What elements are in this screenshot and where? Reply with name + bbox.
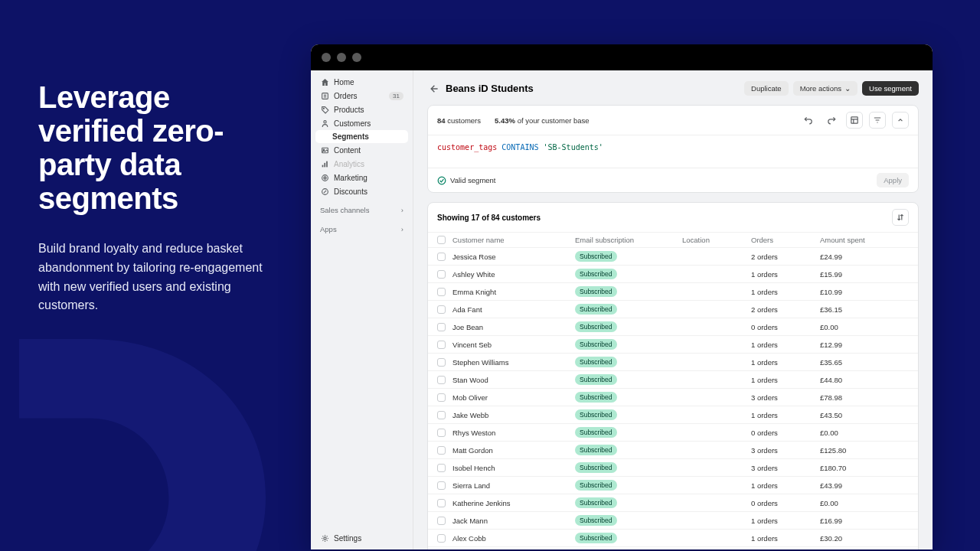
svg-point-11: [325, 178, 325, 178]
table-row[interactable]: Alex CobbSubscribed1 orders£30.20: [428, 529, 918, 546]
row-checkbox[interactable]: [437, 411, 446, 419]
col-location: Location: [682, 236, 751, 244]
table-row[interactable]: Stephen WilliamsSubscribed1 orders£35.65: [428, 353, 918, 370]
table-row[interactable]: Jack MannSubscribed1 orders£16.99: [428, 511, 918, 529]
row-checkbox[interactable]: [437, 517, 446, 525]
table-row[interactable]: Jessica RoseSubscribed2 orders£24.99: [428, 247, 918, 265]
cell-orders: 1 orders: [751, 376, 820, 384]
table-row[interactable]: Matt GordonSubscribed3 orders£125.80: [428, 441, 918, 458]
traffic-light-close[interactable]: [322, 53, 331, 62]
customers-table-card: Showing 17 of 84 customers Customer name…: [427, 202, 919, 549]
orders-icon: [320, 91, 329, 100]
table-row[interactable]: Ada FantSubscribed2 orders£36.15: [428, 300, 918, 318]
apps-section[interactable]: Apps ›: [315, 217, 408, 236]
query-card: 84 customers 5.43% of your customer base…: [427, 105, 919, 193]
table-row[interactable]: Rhys WestonSubscribed0 orders£0.00: [428, 423, 918, 441]
row-checkbox[interactable]: [437, 534, 446, 543]
cell-email: Subscribed: [575, 374, 682, 385]
cell-name: Jake Webb: [452, 411, 575, 419]
cell-orders: 1 orders: [751, 341, 820, 349]
marketing-icon: [320, 173, 329, 182]
customers-icon: [320, 119, 329, 128]
row-checkbox[interactable]: [437, 481, 446, 490]
more-actions-button[interactable]: More actions ⌄: [793, 81, 858, 96]
table-row[interactable]: Sierra LandSubscribed1 orders£43.99: [428, 476, 918, 494]
row-checkbox[interactable]: [437, 446, 446, 455]
row-checkbox[interactable]: [437, 305, 446, 314]
marketing-body: Build brand loyalty and reduce basket ab…: [38, 240, 276, 315]
table-row[interactable]: Jake WebbSubscribed1 orders£43.50: [428, 406, 918, 423]
templates-button[interactable]: [846, 112, 863, 129]
cell-amount: £125.80: [820, 446, 897, 455]
query-editor[interactable]: customer_tags CONTAINS 'SB-Students': [428, 135, 918, 168]
sort-button[interactable]: [892, 209, 909, 226]
nav-label: Content: [334, 146, 361, 155]
table-row[interactable]: Stan WoodSubscribed1 orders£44.80: [428, 370, 918, 388]
row-checkbox[interactable]: [437, 288, 446, 296]
select-all-checkbox[interactable]: [437, 236, 446, 244]
customer-count: 84 customers: [437, 116, 481, 125]
row-checkbox[interactable]: [437, 376, 446, 384]
table-row[interactable]: Vincent SebSubscribed1 orders£12.99: [428, 335, 918, 353]
undo-button[interactable]: [800, 112, 817, 129]
row-checkbox[interactable]: [437, 499, 446, 507]
row-checkbox[interactable]: [437, 253, 446, 261]
cell-amount: £0.00: [820, 323, 897, 331]
col-orders: Orders: [751, 236, 820, 244]
cell-email: Subscribed: [575, 357, 682, 367]
back-button[interactable]: [427, 83, 439, 95]
table-row[interactable]: Ashley WhiteSubscribed1 orders£15.99: [428, 265, 918, 282]
duplicate-button[interactable]: Duplicate: [744, 81, 789, 96]
cell-amount: £44.80: [820, 376, 897, 384]
nav-discounts[interactable]: Discounts: [315, 184, 408, 198]
nav-label: Settings: [334, 534, 361, 543]
collapse-button[interactable]: [892, 112, 909, 129]
row-checkbox[interactable]: [437, 358, 446, 367]
table-row[interactable]: Isobel HenchSubscribed3 orders£180.70: [428, 458, 918, 476]
traffic-light-zoom[interactable]: [352, 53, 361, 62]
nav-marketing[interactable]: Marketing: [315, 171, 408, 184]
cell-name: Ashley White: [452, 270, 575, 279]
cell-name: Rhys Weston: [452, 429, 575, 437]
nav-label: Segments: [332, 132, 369, 141]
cell-name: Stephen Williams: [452, 358, 575, 367]
filter-button[interactable]: [869, 112, 886, 129]
redo-button[interactable]: [823, 112, 840, 129]
home-icon: [320, 77, 329, 86]
analytics-icon: [320, 159, 329, 168]
row-checkbox[interactable]: [437, 464, 446, 472]
cell-name: Vincent Seb: [452, 341, 575, 349]
cell-orders: 0 orders: [751, 323, 820, 331]
background-logo-shape: [0, 321, 283, 551]
nav-settings[interactable]: Settings: [315, 531, 408, 545]
row-checkbox[interactable]: [437, 341, 446, 349]
cell-email: Subscribed: [575, 304, 682, 315]
nav-products[interactable]: Products: [315, 103, 408, 116]
nav-segments[interactable]: Segments: [315, 130, 408, 143]
sidebar: Home Orders 31 Products Customers Segmen…: [311, 70, 413, 549]
cell-name: Ada Fant: [452, 305, 575, 314]
use-segment-button[interactable]: Use segment: [862, 81, 919, 96]
table-row[interactable]: Katherine JenkinsSubscribed0 orders£0.00: [428, 494, 918, 511]
cell-amount: £36.15: [820, 305, 897, 314]
apply-button[interactable]: Apply: [877, 173, 909, 187]
row-checkbox[interactable]: [437, 323, 446, 331]
row-checkbox[interactable]: [437, 393, 446, 402]
table-row[interactable]: Mob OliverSubscribed3 orders£78.98: [428, 388, 918, 406]
row-checkbox[interactable]: [437, 270, 446, 279]
table-heading: Showing 17 of 84 customers: [437, 214, 541, 222]
nav-customers[interactable]: Customers: [315, 116, 408, 130]
nav-orders[interactable]: Orders 31: [315, 89, 408, 103]
nav-label: Orders: [334, 92, 358, 100]
nav-analytics[interactable]: Analytics: [315, 157, 408, 171]
nav-home[interactable]: Home: [315, 75, 408, 89]
sales-channels-section[interactable]: Sales channels ›: [315, 198, 408, 217]
cell-name: Katherine Jenkins: [452, 499, 575, 507]
cell-email: Subscribed: [575, 339, 682, 350]
products-icon: [320, 105, 329, 114]
row-checkbox[interactable]: [437, 429, 446, 437]
nav-content[interactable]: Content: [315, 143, 408, 157]
traffic-light-minimize[interactable]: [337, 53, 346, 62]
table-row[interactable]: Emma KnightSubscribed1 orders£10.99: [428, 282, 918, 300]
table-row[interactable]: Joe BeanSubscribed0 orders£0.00: [428, 318, 918, 335]
